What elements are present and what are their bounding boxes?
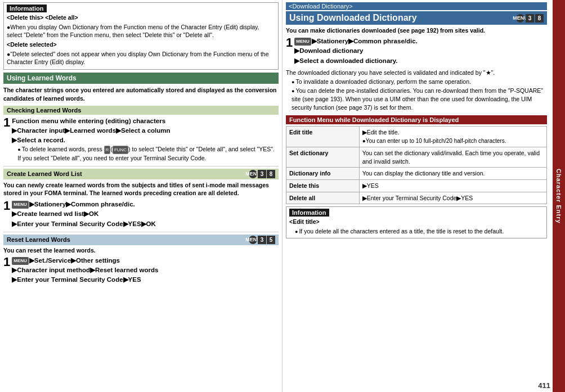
- table-row: Edit title ▶Edit the title. ●You can ent…: [286, 127, 547, 147]
- reset-step-content: MENU▶Set./Service▶Other settings ▶Charac…: [12, 256, 279, 285]
- divider-1: [3, 166, 279, 166]
- table-row: Delete this ▶YES: [286, 179, 547, 192]
- step-num-dl: 1: [286, 37, 293, 49]
- sidebar-label: Character Entry: [553, 0, 565, 392]
- main-title: Using Downloaded Dictionary: [289, 13, 417, 23]
- reset-menu-nums: MENU 3 5: [249, 236, 275, 244]
- right-column: <Download Dictionary> Using Downloaded D…: [282, 0, 565, 392]
- create-step-content: MENU▶Stationery▶Common phrase/dic. ▶Crea…: [12, 200, 279, 229]
- menu-icon-create: MENU: [12, 201, 29, 209]
- right-num-3: 3: [526, 14, 534, 22]
- table-cell-label: Dictionary info: [286, 168, 360, 180]
- download-step1: 1 MENU▶Stationery▶Common phrase/dic. ▶Do…: [286, 37, 547, 66]
- table-cell-label: Delete all: [286, 192, 360, 204]
- table-cell-label: Delete this: [286, 179, 360, 192]
- dl-bullet2: You can delete the pre-installed diction…: [286, 87, 547, 111]
- right-content: <Download Dictionary> Using Downloaded D…: [286, 2, 562, 238]
- table-cell-label: Edit title: [286, 127, 360, 147]
- left-column: Information <Delete this> <Delete all> ●…: [0, 0, 282, 392]
- checking-line-2: ▶Character input▶Learned words▶Select a …: [12, 126, 279, 136]
- table-cell-content: ▶Enter your Terminal Security Code▶YES: [359, 192, 546, 204]
- delete-this-header: <Delete this> <Delete all>: [7, 13, 275, 22]
- func-label: FUNC: [113, 146, 128, 154]
- delete-this-text: ●When you display Own Dictionary from th…: [7, 23, 275, 39]
- edit-title-bullet: ●You can enter up to 10 full-pitch/20 ha…: [362, 138, 506, 144]
- table-cell-content: ▶YES: [359, 179, 546, 192]
- step-num-reset: 1: [3, 256, 10, 268]
- using-learned-header: Using Learned Words: [3, 73, 279, 84]
- table-cell-label: Set dictionary: [286, 147, 360, 167]
- reset-line-3: ▶Enter your Terminal Security Code▶YES: [12, 275, 279, 285]
- create-desc: You can newly create learned words from …: [3, 181, 279, 197]
- reset-line-1: MENU▶Set./Service▶Other settings: [12, 256, 279, 265]
- create-menu-nums: MENU 3 8: [249, 170, 275, 178]
- page-number: 411: [538, 381, 550, 390]
- right-num-8: 8: [535, 14, 544, 22]
- reset-header-bar: Reset Learned Words MENU 3 5: [3, 235, 279, 245]
- menu-icon-right: MENU: [516, 14, 524, 22]
- table-row: Dictionary info You can display the dict…: [286, 168, 547, 180]
- table-row: Delete all ▶Enter your Terminal Security…: [286, 192, 547, 204]
- download-label: <Download Dictionary>: [286, 2, 547, 10]
- divider-2: [3, 232, 279, 232]
- table-cell-content: ▶Edit the title. ●You can enter up to 10…: [359, 127, 546, 147]
- table-cell-content: You can display the dictionary title and…: [359, 168, 546, 180]
- using-learned-desc: The character strings once you entered a…: [3, 86, 279, 102]
- menu-icon-reset: MENU: [249, 236, 257, 244]
- menu-icons: MENU 3 8: [516, 14, 544, 22]
- menu-icon: MENU: [249, 170, 257, 178]
- checking-line-1: Function menu while entering (editing) c…: [12, 116, 279, 126]
- create-line-1: MENU▶Stationery▶Common phrase/dic.: [12, 200, 279, 209]
- download-step1-content: MENU▶Stationery▶Common phrase/dic. ▶Down…: [294, 37, 547, 66]
- dl-bullet1: To invalidate a downloaded dictionary, p…: [286, 78, 547, 86]
- reset-desc: You can reset the learned words.: [3, 247, 279, 254]
- info-label-right: Information: [289, 209, 329, 217]
- create-header-bar: Create Learned Word List MENU 3 8: [3, 169, 279, 179]
- checking-bullet: To delete learned words, press R(FUNC) t…: [12, 145, 279, 163]
- create-line-2: ▶Create learned wd list▶OK: [12, 209, 279, 219]
- edit-title-info: If you delete all the characters entered…: [289, 227, 544, 236]
- dl-line-1: MENU▶Stationery▶Common phrase/dic.: [294, 37, 547, 46]
- checking-step: 1 Function menu while entering (editing)…: [3, 116, 279, 163]
- create-line-3: ▶Enter your Terminal Security Code▶YES▶O…: [12, 219, 279, 229]
- reset-step: 1 MENU▶Set./Service▶Other settings ▶Char…: [3, 256, 279, 285]
- func-menu-header: Function Menu while Downloaded Dictionar…: [286, 115, 547, 124]
- reset-num-5: 5: [267, 236, 275, 244]
- func-icon: R: [104, 146, 111, 154]
- delete-selected-header: <Delete selected>: [7, 40, 275, 49]
- step-num-1: 1: [3, 116, 10, 129]
- menu-icon-dl: MENU: [294, 38, 311, 46]
- checking-header: Checking Learned Words: [3, 106, 279, 115]
- reset-line-2: ▶Character input method▶Reset learned wo…: [12, 265, 279, 275]
- edit-title-header: <Edit title>: [289, 218, 544, 226]
- func-table: Edit title ▶Edit the title. ●You can ent…: [286, 126, 547, 204]
- main-desc: You can make dictionaries downloaded (se…: [286, 27, 547, 34]
- create-num-3: 3: [258, 170, 266, 178]
- create-header-label: Create Learned Word List: [7, 170, 82, 177]
- dl-desc1: The downloaded dictionary you have selec…: [286, 69, 547, 77]
- table-row: Set dictionary You can set the dictionar…: [286, 147, 547, 167]
- reset-header-label: Reset Learned Words: [7, 236, 70, 243]
- create-step: 1 MENU▶Stationery▶Common phrase/dic. ▶Cr…: [3, 200, 279, 229]
- main-title-bar: Using Downloaded Dictionary MENU 3 8: [286, 11, 547, 25]
- menu-icon-reset-step: MENU: [12, 257, 29, 265]
- create-num-8: 8: [267, 170, 275, 178]
- dl-line-3: ▶Select a downloaded dictionary.: [294, 56, 547, 66]
- delete-selected-text: ●"Delete selected" does not appear when …: [7, 50, 275, 66]
- info-section-right: Information <Edit title> If you delete a…: [286, 206, 547, 238]
- info-section-top: Information <Delete this> <Delete all> ●…: [3, 2, 279, 70]
- dl-line-2: ▶Download dictionary: [294, 46, 547, 56]
- reset-num-3: 3: [258, 236, 266, 244]
- info-label: Information: [7, 4, 47, 12]
- checking-line-3: ▶Select a record.: [12, 136, 279, 145]
- step-num-create: 1: [3, 200, 10, 212]
- checking-step-content: Function menu while entering (editing) c…: [12, 116, 279, 163]
- table-cell-content: You can set the dictionary valid/invalid…: [359, 147, 546, 167]
